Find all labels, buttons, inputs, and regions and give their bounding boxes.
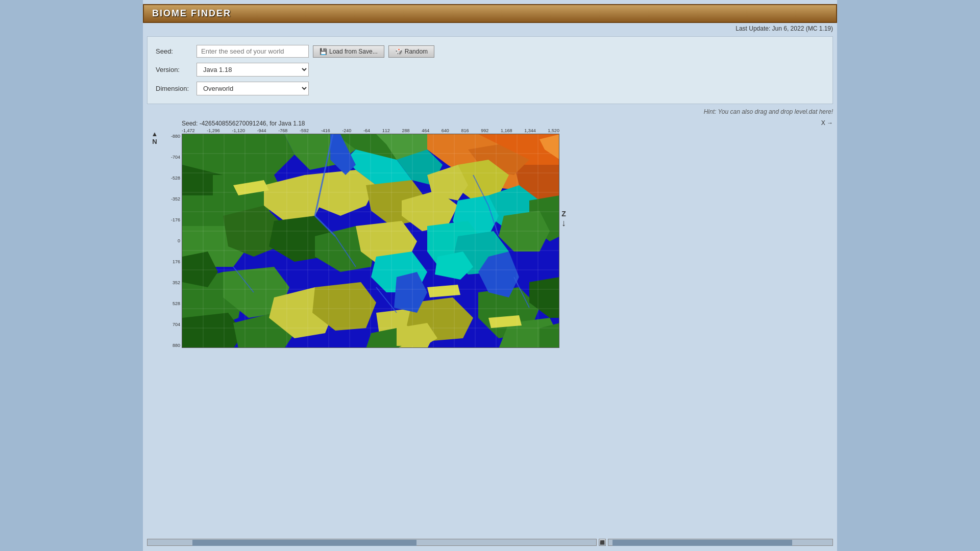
x-label: 1,168 — [501, 128, 512, 133]
y-label: -176 — [162, 217, 180, 222]
save-icon: 💾 — [320, 48, 327, 55]
x-label: 640 — [442, 128, 449, 133]
seed-input[interactable] — [197, 45, 309, 58]
biome-map[interactable] — [182, 134, 559, 348]
x-label: -1,120 — [232, 128, 245, 133]
x-label: -1,296 — [207, 128, 220, 133]
x-label: -416 — [321, 128, 330, 133]
map-container: -1,472 -1,296 -1,120 -944 -768 -592 -416… — [162, 128, 559, 348]
y-label: 352 — [162, 280, 180, 285]
x-label: -768 — [278, 128, 287, 133]
map-y-row: -880 -704 -528 -352 -176 0 176 352 528 7… — [162, 134, 559, 348]
compass-n-label: ▲ — [147, 130, 162, 138]
x-label: -592 — [300, 128, 309, 133]
x-axis-label: X → — [821, 119, 833, 127]
x-label: 992 — [481, 128, 488, 133]
seed-row: Seed: 💾 Load from Save... 🎲 Random — [156, 45, 824, 58]
map-section: Seed: -4265408556270091246, for Java 1.1… — [147, 119, 833, 348]
x-label: -1,472 — [182, 128, 195, 133]
x-label: -240 — [342, 128, 351, 133]
x-label: 1,520 — [548, 128, 559, 133]
dimension-label: Dimension: — [156, 85, 197, 92]
y-label: -352 — [162, 196, 180, 202]
load-button-label: Load from Save... — [329, 48, 378, 55]
biome-map-svg — [182, 134, 559, 348]
x-label: -64 — [363, 128, 370, 133]
random-icon: 🎲 — [395, 48, 403, 55]
header-bar: BIOME FINDER — [143, 4, 837, 23]
x-label: 816 — [461, 128, 469, 133]
x-label: -944 — [257, 128, 266, 133]
y-label: -704 — [162, 155, 180, 160]
scrollbar-center-btn[interactable]: ⬛ — [599, 539, 606, 546]
z-label: Z — [561, 210, 566, 218]
app-title: BIOME FINDER — [152, 8, 231, 19]
z-axis-label: Z ↓ — [561, 128, 566, 229]
x-label: 288 — [402, 128, 409, 133]
load-from-save-button[interactable]: 💾 Load from Save... — [313, 45, 384, 58]
y-axis-labels: -880 -704 -528 -352 -176 0 176 352 528 7… — [162, 134, 182, 348]
update-text: Last Update: Jun 6, 2022 (MC 1.19) — [143, 23, 837, 34]
bg-right-panel — [837, 0, 980, 551]
h-scrollbar-thumb[interactable] — [192, 540, 416, 546]
y-label: 528 — [162, 301, 180, 306]
controls-panel: Seed: 💾 Load from Save... 🎲 Random Versi… — [147, 36, 833, 104]
dimension-row: Dimension: Overworld Nether The End — [156, 82, 824, 95]
scrollbar-area: ⬛ — [147, 539, 833, 546]
main-container: BIOME FINDER Last Update: Jun 6, 2022 (M… — [143, 0, 837, 551]
seed-label: Seed: — [156, 47, 197, 55]
version-row: Version: Java 1.18 Java 1.17 Java 1.16 B… — [156, 63, 824, 77]
version-label: Version: — [156, 66, 197, 73]
hint-text: Hint: You can also drag and drop level.d… — [143, 106, 837, 117]
dimension-select[interactable]: Overworld Nether The End — [197, 82, 309, 95]
x-axis-labels: -1,472 -1,296 -1,120 -944 -768 -592 -416… — [182, 128, 559, 133]
compass-label: N — [147, 138, 162, 145]
y-label: -528 — [162, 176, 180, 181]
random-button-label: Random — [405, 48, 428, 55]
y-label: 0 — [162, 238, 180, 243]
y-label: 704 — [162, 322, 180, 327]
x-label: 464 — [422, 128, 429, 133]
x-label: 112 — [382, 128, 390, 133]
random-button[interactable]: 🎲 Random — [388, 45, 434, 58]
map-seed-label: Seed: -4265408556270091246, for Java 1.1… — [182, 120, 305, 127]
v-scrollbar-thumb[interactable] — [612, 540, 792, 546]
y-label: -880 — [162, 134, 180, 139]
y-label: 880 — [162, 343, 180, 348]
y-label: 176 — [162, 259, 180, 264]
h-scrollbar-track[interactable] — [147, 539, 597, 546]
z-arrow: ↓ — [561, 218, 566, 229]
bg-left-panel — [0, 0, 143, 551]
version-select[interactable]: Java 1.18 Java 1.17 Java 1.16 Bedrock — [197, 63, 309, 77]
x-label: 1,344 — [524, 128, 536, 133]
v-scrollbar-track[interactable] — [608, 539, 833, 546]
compass: ▲ N — [147, 128, 162, 145]
